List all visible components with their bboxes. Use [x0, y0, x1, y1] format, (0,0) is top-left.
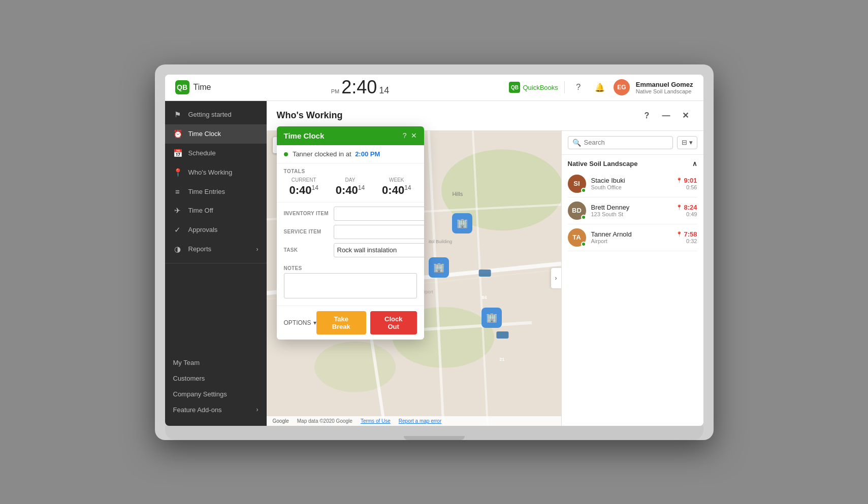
- status-text: Tanner clocked in at: [293, 150, 351, 158]
- main-layout: ⚑ Getting started ⏰ Time Clock 📅 Schedul…: [165, 101, 703, 426]
- table-row[interactable]: SI Stacie Ibuki South Office 📍: [568, 171, 697, 197]
- total-current-value: 0:4014: [284, 184, 324, 197]
- filter-icon: ⊟: [682, 139, 687, 146]
- sidebar-item-company-settings[interactable]: Company Settings: [165, 386, 267, 402]
- location-icon: 📍: [173, 168, 182, 177]
- map-report[interactable]: Report a map error: [399, 418, 441, 424]
- inventory-input[interactable]: [334, 207, 424, 221]
- modal-footer: OPTIONS ▾ Take Break Clock Out: [277, 306, 424, 340]
- chevron-down-icon: ▾: [689, 139, 693, 146]
- sidebar-item-whos-working[interactable]: 📍 Who's Working: [165, 163, 267, 182]
- sidebar-item-reports[interactable]: ◑ Reports ›: [165, 240, 267, 259]
- company-name: Native Soil Landscape: [568, 160, 638, 167]
- filter-button[interactable]: ⊟ ▾: [677, 136, 697, 149]
- service-label: SERVICE ITEM: [284, 229, 330, 234]
- sidebar-item-schedule[interactable]: 📅 Schedule: [165, 144, 267, 163]
- search-box[interactable]: 🔍: [568, 136, 673, 149]
- addons-arrow-icon: ›: [256, 406, 259, 413]
- status-indicator: [284, 152, 288, 156]
- google-text: Google: [273, 418, 289, 424]
- company-section: Native Soil Landscape ∧: [562, 155, 703, 171]
- total-week-value: 0:4014: [376, 184, 416, 197]
- quickbooks-badge[interactable]: QB QuickBooks: [509, 82, 558, 93]
- sidebar-label-time-clock: Time Clock: [188, 130, 221, 138]
- task-row: TASK: [284, 243, 417, 257]
- time-clock-modal: Time Clock ? ✕ Tanner clocked in at 2:00…: [277, 126, 424, 340]
- modal-help-button[interactable]: ?: [403, 131, 407, 140]
- service-row: SERVICE ITEM: [284, 225, 417, 239]
- employee-sub-time: 0:56: [676, 184, 697, 190]
- sidebar-item-getting-started[interactable]: ⚑ Getting started: [165, 105, 267, 124]
- task-input[interactable]: [334, 243, 424, 257]
- map-terms[interactable]: Terms of Use: [361, 418, 391, 424]
- total-day-label: DAY: [330, 177, 370, 183]
- collapse-icon: ∧: [692, 160, 697, 167]
- search-input[interactable]: [584, 139, 668, 146]
- map-attribution: Map data ©2020 Google: [297, 418, 352, 424]
- take-break-button[interactable]: Take Break: [316, 311, 366, 334]
- sidebar-item-time-clock[interactable]: ⏰ Time Clock: [165, 124, 267, 144]
- employee-time: 📍 9:01 0:56: [676, 177, 697, 190]
- notes-label: NOTES: [284, 265, 417, 271]
- modal-header: Time Clock ? ✕: [277, 126, 424, 145]
- sidebar-item-my-team[interactable]: My Team: [165, 355, 267, 371]
- clock-icon: ⏰: [173, 129, 182, 139]
- sidebar-item-customers[interactable]: Customers: [165, 371, 267, 386]
- sidebar-item-time-off[interactable]: ✈ Time Off: [165, 201, 267, 220]
- modal-close-button[interactable]: ✕: [411, 131, 417, 140]
- map-pin-building-2: 🏢: [429, 257, 449, 278]
- clock-out-button[interactable]: Clock Out: [370, 311, 417, 334]
- employee-sub-time: 0:49: [676, 211, 697, 217]
- building-icon-3: 🏢: [481, 308, 502, 328]
- total-week: WEEK 0:4014: [376, 177, 416, 197]
- avatar: TA: [568, 228, 586, 247]
- options-button[interactable]: OPTIONS ▾: [284, 319, 316, 326]
- user-info: Emmanuel Gomez Native Soil Landscape: [636, 81, 693, 94]
- divider: [564, 81, 565, 93]
- employee-hours: 📍 8:24: [676, 204, 697, 211]
- service-input[interactable]: [334, 225, 424, 239]
- modal-title: Time Clock: [284, 131, 325, 140]
- total-day-value: 0:4014: [330, 184, 370, 197]
- content-area: Who's Working ? — ✕: [267, 101, 703, 426]
- feature-addons-label: Feature Add-ons: [173, 406, 222, 414]
- sidebar-divider: [165, 263, 267, 263]
- svg-text:Hills: Hills: [452, 190, 463, 196]
- table-row[interactable]: BD Brett Denney 123 South St 📍: [568, 197, 697, 224]
- map-pin-building-1: 🏢: [452, 213, 472, 233]
- top-bar: QB Time PM 2:40 14 QB QuickBooks ? 🔔 EG: [165, 75, 703, 101]
- svg-text:84: 84: [481, 295, 487, 300]
- entries-icon: ≡: [173, 187, 182, 196]
- notes-section: NOTES: [277, 265, 424, 306]
- notes-textarea[interactable]: [284, 273, 417, 298]
- time-seconds: 14: [379, 85, 389, 96]
- user-avatar[interactable]: EG: [614, 79, 630, 95]
- employee-time: 📍 8:24 0:49: [676, 204, 697, 217]
- company-header[interactable]: Native Soil Landscape ∧: [568, 160, 697, 167]
- search-icon: 🔍: [572, 139, 581, 147]
- sidebar-item-feature-addons[interactable]: Feature Add-ons ›: [165, 402, 267, 418]
- laptop-notch: [404, 436, 465, 440]
- sidebar-item-approvals[interactable]: ✓ Approvals: [165, 220, 267, 240]
- sidebar-item-time-entries[interactable]: ≡ Time Entries: [165, 182, 267, 201]
- status-time: 2:00 PM: [355, 150, 380, 158]
- sidebar-label-approvals: Approvals: [188, 226, 218, 233]
- top-bar-right: QB QuickBooks ? 🔔 EG Emmanuel Gomez Nati…: [509, 79, 693, 95]
- help-button[interactable]: ?: [571, 80, 586, 95]
- header-help-button[interactable]: ?: [639, 108, 655, 123]
- notification-button[interactable]: 🔔: [592, 80, 607, 95]
- reports-icon: ◑: [173, 245, 182, 254]
- total-current: CURRENT 0:4014: [284, 177, 324, 197]
- inventory-row: INVENTORY ITEM: [284, 207, 417, 221]
- modal-header-icons: ? ✕: [403, 131, 417, 140]
- form-section: INVENTORY ITEM SERVICE ITEM TASK: [277, 203, 424, 265]
- sidebar-label-getting-started: Getting started: [188, 111, 232, 118]
- user-company: Native Soil Landscape: [636, 88, 693, 94]
- map-collapse-button[interactable]: ›: [551, 268, 561, 288]
- minimize-button[interactable]: —: [659, 108, 674, 123]
- location-pin-icon: 📍: [676, 205, 682, 210]
- map-bottom-bar: Google Map data ©2020 Google Terms of Us…: [267, 416, 561, 426]
- close-button[interactable]: ✕: [678, 108, 693, 123]
- avatar: BD: [568, 201, 586, 220]
- table-row[interactable]: TA Tanner Arnold Airport 📍: [568, 224, 697, 251]
